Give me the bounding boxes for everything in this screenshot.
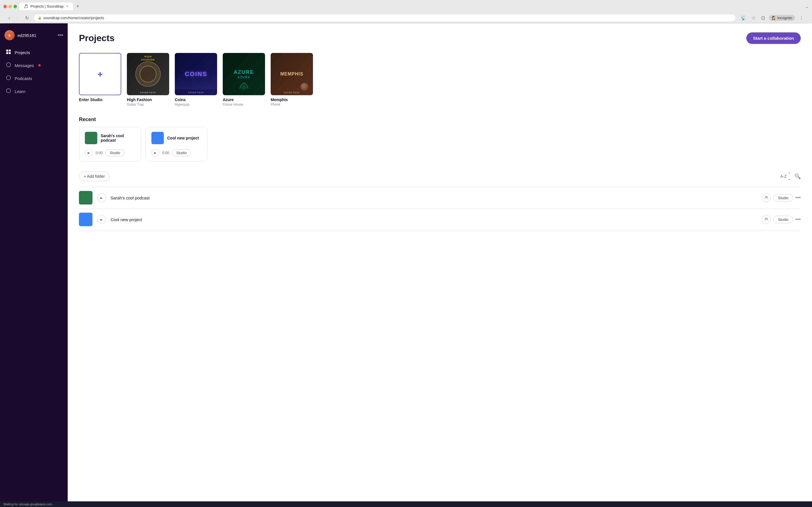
cool-new-project-more-button[interactable]: ••• bbox=[795, 217, 801, 223]
sidebar-item-label: Messages bbox=[15, 63, 34, 68]
user-section: e ed295181 ••• bbox=[0, 28, 68, 46]
svg-rect-1 bbox=[9, 50, 11, 52]
azure-genre: Future House bbox=[223, 103, 243, 107]
sarahs-podcast-row-play-button[interactable]: ▶ bbox=[97, 193, 106, 202]
high-fashion-thumb: HIGH FASHION SOUND PACK bbox=[127, 53, 169, 95]
url-bar[interactable]: 🔒 soundtrap.com/home/creator/projects bbox=[34, 14, 735, 21]
tab-close-button[interactable]: ✕ bbox=[66, 4, 68, 8]
recent-card-cool-new-project: Cool new project ▶ 0:00 Studio bbox=[146, 127, 207, 161]
high-fashion-pack[interactable]: HIGH FASHION SOUND PACK High Fashion Gui… bbox=[127, 53, 169, 107]
incognito-label: Incognito bbox=[777, 16, 792, 20]
sidebar-item-label: Projects bbox=[15, 50, 30, 55]
sarahs-podcast-more-button[interactable]: ••• bbox=[795, 195, 801, 201]
azure-thumb: AZURE AZURE bbox=[223, 53, 265, 95]
notification-dot bbox=[38, 64, 41, 66]
azure-pack[interactable]: AZURE AZURE Azure Future House bbox=[223, 53, 265, 107]
cast-icon[interactable]: 📡 bbox=[739, 15, 748, 21]
page-title: Projects bbox=[79, 33, 114, 43]
sort-chevron-icon: ⌃⌄ bbox=[788, 172, 791, 181]
main-content: Projects Start a collaboration + Enter S… bbox=[68, 23, 812, 501]
window-expand-icon: ⌄ bbox=[805, 4, 809, 9]
cool-new-project-play-button[interactable]: ▶ bbox=[151, 149, 159, 157]
sarahs-podcast-collab-button[interactable] bbox=[762, 193, 771, 202]
page-header: Projects Start a collaboration bbox=[79, 33, 801, 44]
table-row: ▶ Cool new project Studio ••• bbox=[79, 209, 801, 230]
svg-rect-2 bbox=[6, 52, 8, 54]
incognito-badge: 🕵 Incognito bbox=[769, 15, 795, 21]
memphis-name: Memphis bbox=[271, 98, 288, 102]
new-project-thumb: + bbox=[79, 53, 121, 95]
sidebar: e ed295181 ••• Projects Messages bbox=[0, 23, 68, 501]
back-button[interactable]: ‹ bbox=[7, 15, 11, 21]
coins-thumb: COINS SOUND PACK bbox=[175, 53, 217, 95]
memphis-genre: Phonk bbox=[271, 103, 280, 107]
lock-icon: 🔒 bbox=[38, 16, 42, 20]
status-bar: Waiting for storage.googleapis.com... bbox=[0, 501, 812, 507]
recent-section: Recent Sarah's cool podcast ▶ 0:00 Studi… bbox=[79, 117, 801, 161]
list-controls: + Add folder A-Z ⌃⌄ 🔍 bbox=[79, 172, 801, 181]
cool-new-project-row-studio-button[interactable]: Studio bbox=[773, 216, 793, 223]
add-folder-button[interactable]: + Add folder bbox=[79, 172, 110, 181]
svg-rect-3 bbox=[9, 52, 11, 54]
sarahs-podcast-time: 0:00 bbox=[96, 151, 103, 155]
bookmark-icon[interactable]: ☆ bbox=[750, 15, 757, 21]
sarahs-podcast-thumb bbox=[85, 132, 97, 144]
cool-new-project-time: 0:00 bbox=[162, 151, 169, 155]
cool-new-project-name: Cool new project bbox=[167, 136, 199, 140]
sort-az-button[interactable]: A-Z ⌃⌄ bbox=[780, 172, 791, 181]
enter-studio-label: Enter Studio bbox=[79, 98, 102, 102]
active-tab[interactable]: 🎵 Projects | Soundtrap ✕ bbox=[19, 3, 73, 10]
url-text: soundtrap.com/home/creator/projects bbox=[43, 16, 104, 20]
tab-title: Projects | Soundtrap bbox=[31, 4, 64, 8]
sarahs-podcast-play-button[interactable]: ▶ bbox=[85, 149, 93, 157]
user-menu-button[interactable]: ••• bbox=[58, 33, 63, 38]
coins-name: Coins bbox=[175, 98, 186, 102]
browser-chrome: 🎵 Projects | Soundtrap ✕ + ⌄ ‹ › ↻ 🔒 sou… bbox=[0, 0, 812, 23]
search-button[interactable]: 🔍 bbox=[795, 173, 801, 179]
forward-button[interactable]: › bbox=[15, 15, 20, 21]
memphis-pack[interactable]: MEMPHIS SOUND PACK Memphis Phonk bbox=[271, 53, 313, 107]
project-list: ▶ Sarah's cool podcast Studio ••• bbox=[79, 187, 801, 230]
svg-point-6 bbox=[6, 89, 11, 93]
close-window-button[interactable] bbox=[3, 5, 7, 8]
minimize-window-button[interactable] bbox=[8, 5, 12, 8]
sidebar-item-projects[interactable]: Projects bbox=[0, 46, 68, 59]
cool-new-project-collab-button[interactable] bbox=[762, 215, 771, 224]
projects-icon bbox=[6, 49, 11, 55]
coins-pack[interactable]: COINS SOUND PACK Coins Hyperpop bbox=[175, 53, 217, 107]
username-label: ed295181 bbox=[17, 33, 36, 38]
podcasts-icon bbox=[6, 75, 11, 81]
sidebar-item-learn[interactable]: Learn bbox=[0, 85, 68, 98]
sarahs-podcast-row-name: Sarah's cool podcast bbox=[110, 195, 757, 200]
plus-icon: + bbox=[98, 69, 103, 79]
sidebar-item-label: Podcasts bbox=[15, 76, 32, 81]
status-text: Waiting for storage.googleapis.com... bbox=[3, 503, 54, 506]
sidebar-item-messages[interactable]: Messages bbox=[0, 59, 68, 72]
avatar: e bbox=[4, 30, 15, 40]
sarahs-podcast-studio-button[interactable]: Studio bbox=[105, 149, 124, 156]
enter-studio-pack[interactable]: + Enter Studio bbox=[79, 53, 121, 107]
sarahs-podcast-row-studio-button[interactable]: Studio bbox=[773, 194, 793, 202]
sidebar-item-label: Learn bbox=[15, 89, 26, 94]
traffic-lights bbox=[3, 5, 17, 8]
address-bar: ‹ › ↻ 🔒 soundtrap.com/home/creator/proje… bbox=[3, 13, 809, 23]
sound-packs-row: + Enter Studio HIGH FASHION SOUND bbox=[79, 53, 801, 107]
sarahs-podcast-row-thumb bbox=[79, 191, 93, 205]
memphis-thumb: MEMPHIS SOUND PACK bbox=[271, 53, 313, 95]
recent-card-sarahs-podcast: Sarah's cool podcast ▶ 0:00 Studio bbox=[79, 127, 141, 161]
high-fashion-genre: Guitar Trap bbox=[127, 103, 144, 107]
cool-new-project-studio-button[interactable]: Studio bbox=[172, 149, 191, 156]
learn-icon bbox=[6, 88, 11, 94]
new-tab-button[interactable]: + bbox=[74, 2, 82, 10]
high-fashion-name: High Fashion bbox=[127, 98, 152, 102]
reload-button[interactable]: ↻ bbox=[23, 15, 31, 21]
start-collaboration-button[interactable]: Start a collaboration bbox=[746, 33, 801, 44]
sidebar-item-podcasts[interactable]: Podcasts bbox=[0, 72, 68, 85]
split-view-icon[interactable]: ⊡ bbox=[760, 15, 767, 21]
maximize-window-button[interactable] bbox=[13, 5, 17, 8]
cool-new-project-row-play-button[interactable]: ▶ bbox=[97, 215, 106, 224]
coins-genre: Hyperpop bbox=[175, 103, 190, 107]
azure-name: Azure bbox=[223, 98, 234, 102]
svg-rect-0 bbox=[6, 50, 8, 52]
browser-menu-button[interactable]: ⋮ bbox=[797, 15, 805, 21]
